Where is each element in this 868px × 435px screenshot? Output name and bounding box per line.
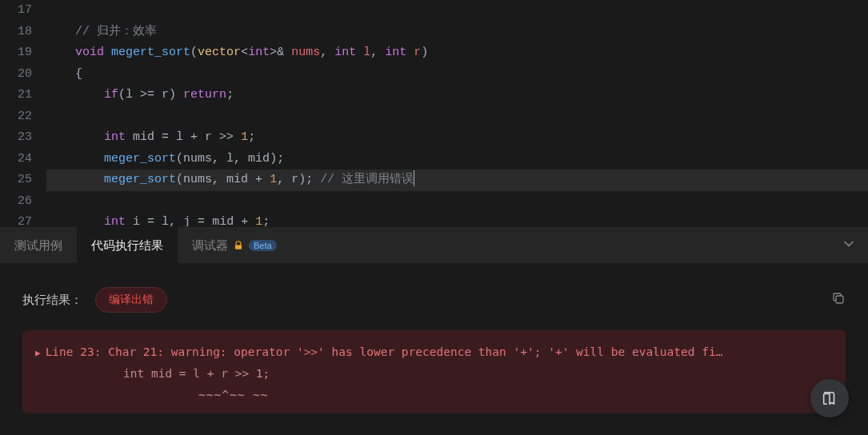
tab-label: 调试器 [192,238,228,253]
line-number: 17 [0,0,46,22]
svg-rect-1 [836,296,843,303]
notes-fab-button[interactable] [810,379,849,417]
tab-测试用例[interactable]: 测试用例 [0,227,77,264]
code-line[interactable] [46,106,868,128]
error-caret-line: ~~~^~~ ~~ [35,385,833,406]
result-panel-body: 执行结果： 编译出错 ▶ Line 23: Char 21: warning: … [0,263,868,435]
line-number: 24 [0,149,46,170]
beta-badge: Beta [249,240,277,251]
line-number: 26 [0,191,46,213]
tab-调试器[interactable]: 调试器Beta [178,227,291,264]
line-number-gutter: 1718192021222324252627 [0,0,46,226]
result-label: 执行结果： [22,293,82,308]
code-line[interactable] [46,0,868,22]
code-line[interactable]: if(l >= r) return; [46,85,868,106]
line-number: 23 [0,127,46,149]
code-line[interactable]: meger_sort(nums, l, mid); [46,149,868,170]
line-number: 22 [0,106,46,128]
tab-代码执行结果[interactable]: 代码执行结果 [77,227,178,264]
code-line[interactable]: int mid = l + r >> 1; [46,127,868,149]
error-code-line: int mid = l + r >> 1; [35,363,833,385]
copy-icon[interactable] [831,291,846,309]
triangle-right-icon: ▶ [35,345,41,361]
code-line[interactable]: void megert_sort(vector<int>& nums, int … [46,42,868,64]
line-number: 19 [0,42,46,64]
line-number: 18 [0,22,46,43]
line-number: 20 [0,64,46,86]
chevron-down-icon[interactable] [842,237,855,253]
code-editor[interactable]: 1718192021222324252627 // 归并：效率 void meg… [0,0,868,226]
line-number: 21 [0,85,46,106]
code-content[interactable]: // 归并：效率 void megert_sort(vector<int>& n… [46,0,868,226]
code-line[interactable]: meger_sort(nums, mid + 1, r); // 这里调用错误 [46,170,868,191]
lock-icon [233,240,244,251]
line-number: 25 [0,170,46,191]
code-line[interactable]: { [46,64,868,86]
tab-label: 测试用例 [14,238,62,253]
result-status-badge: 编译出错 [95,287,167,313]
tab-label: 代码执行结果 [91,238,163,253]
result-panel-tabs: 测试用例代码执行结果调试器Beta [0,226,868,263]
code-line[interactable] [46,191,868,213]
error-message-line: ▶ Line 23: Char 21: warning: operator '>… [35,341,833,363]
code-line[interactable]: // 归并：效率 [46,22,868,43]
compile-error-box[interactable]: ▶ Line 23: Char 21: warning: operator '>… [22,330,846,413]
svg-rect-0 [235,245,242,249]
